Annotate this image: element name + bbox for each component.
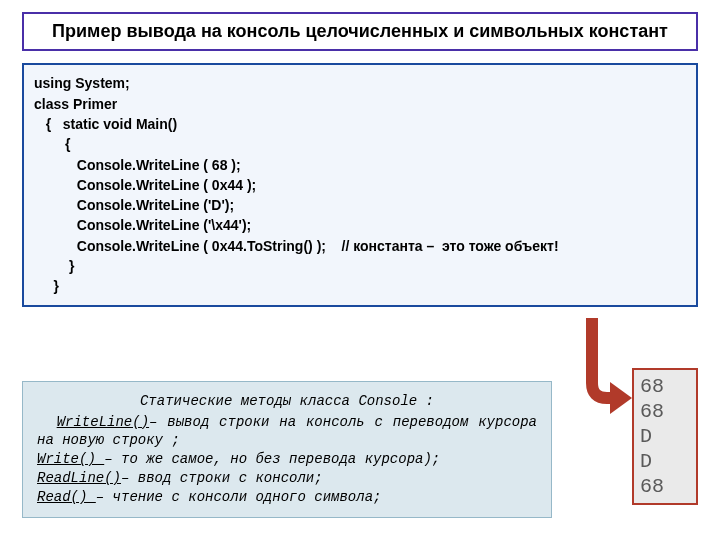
title-box: Пример вывода на консоль целочисленных и… (22, 12, 698, 51)
note-header: Статические методы класса Console : (37, 392, 537, 411)
method-write: Write() (37, 451, 104, 467)
desc-read: – чтение с консоли одного символа; (96, 489, 382, 505)
arrow-icon (572, 318, 632, 418)
method-readline: ReadLine() (37, 470, 121, 486)
method-read: Read() (37, 489, 96, 505)
note-box: Статические методы класса Console : Writ… (22, 381, 552, 518)
page-title: Пример вывода на консоль целочисленных и… (52, 21, 668, 41)
console-output: 68 68 D D 68 (632, 368, 698, 505)
code-block: using System; class Primer { static void… (22, 63, 698, 306)
desc-readline: – ввод строки с консоли; (121, 470, 323, 486)
desc-write: – то же самое, но без перевода курсора); (104, 451, 440, 467)
method-writeline: WriteLine() (57, 414, 149, 430)
